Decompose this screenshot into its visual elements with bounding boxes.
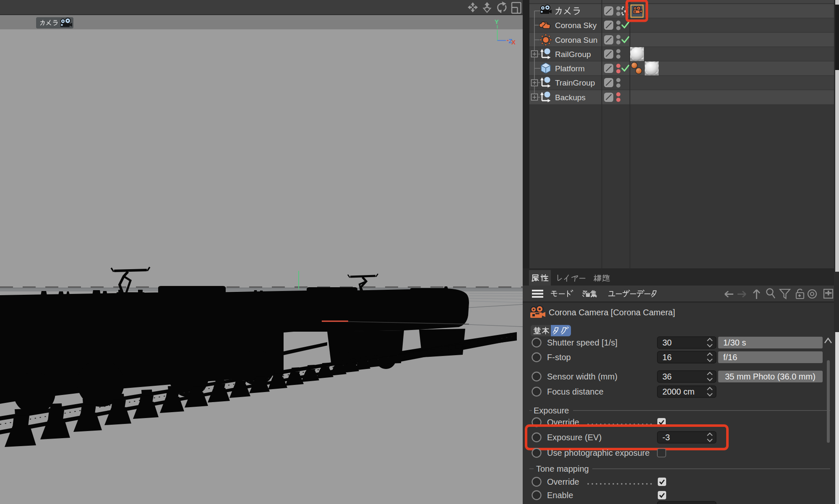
svg-text:f/16: f/16	[723, 353, 737, 362]
svg-text:Exposure (EV): Exposure (EV)	[547, 433, 602, 442]
svg-text:Shutter speed [1/s]: Shutter speed [1/s]	[547, 338, 618, 347]
svg-text:1/30 s: 1/30 s	[723, 338, 746, 347]
svg-text:16: 16	[662, 353, 672, 362]
svg-text:F-stop: F-stop	[547, 353, 571, 362]
svg-text:35 mm Photo (36.0 mm): 35 mm Photo (36.0 mm)	[725, 372, 816, 381]
svg-text:2000 cm: 2000 cm	[662, 387, 695, 396]
svg-text:Enable: Enable	[547, 491, 573, 500]
svg-text:Backups: Backups	[555, 93, 586, 102]
svg-text:RailGroup: RailGroup	[555, 50, 591, 59]
svg-text:Tone mapping: Tone mapping	[536, 464, 589, 473]
svg-text:Use photographic exposure: Use photographic exposure	[547, 448, 650, 457]
svg-text:Corona Sun: Corona Sun	[555, 36, 597, 44]
svg-text:Y: Y	[495, 18, 499, 25]
svg-text:Corona Sky: Corona Sky	[555, 21, 597, 30]
svg-text:X: X	[511, 39, 516, 46]
svg-text:Exposure: Exposure	[534, 406, 569, 415]
svg-text:Corona Camera [Corona Camera]: Corona Camera [Corona Camera]	[549, 308, 675, 317]
svg-text:30: 30	[662, 338, 672, 347]
svg-text:-3: -3	[662, 433, 670, 442]
svg-text:Override: Override	[547, 477, 579, 486]
svg-text:36: 36	[662, 372, 672, 381]
svg-text:Platform: Platform	[555, 64, 585, 73]
svg-text:Sensor width (mm): Sensor width (mm)	[547, 372, 618, 381]
svg-text:Focus distance: Focus distance	[547, 387, 604, 396]
svg-text:TrainGroup: TrainGroup	[555, 78, 595, 87]
